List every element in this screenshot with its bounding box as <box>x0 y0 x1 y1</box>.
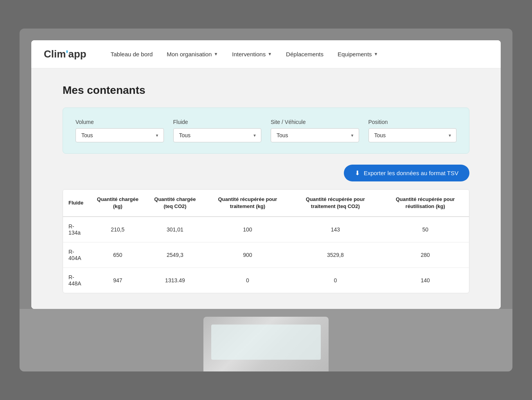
filter-fluide-select-wrapper: Tous <box>173 128 262 142</box>
col-fluide: Fluide <box>63 190 91 217</box>
col-qte-recup-reutilisation-kg: Quantité récupérée pour réutilisation (k… <box>381 190 469 217</box>
main-content: Mes contenants Volume Tous Fluide <box>31 68 501 309</box>
data-table-wrapper: Fluide Quantité chargée (kg) Quantité ch… <box>63 189 469 293</box>
mon-organisation-caret-icon: ▼ <box>214 52 218 56</box>
tablet-base <box>203 317 329 371</box>
navbar: Clim'app Tableau de bord Mon organisatio… <box>31 40 501 68</box>
row1-qte-recup-traitement-kg: 100 <box>206 217 289 242</box>
row1-qte-chargee-kg: 210,5 <box>91 217 144 242</box>
filter-fluide-select[interactable]: Tous <box>173 128 262 142</box>
col-qte-recup-traitement-kg: Quantité récupérée pour traitement (kg) <box>206 190 289 217</box>
row3-fluide: R-448A <box>63 268 91 293</box>
data-table: Fluide Quantité chargée (kg) Quantité ch… <box>63 190 469 293</box>
col-qte-chargee-teq: Quantité chargée (teq CO2) <box>144 190 206 217</box>
logo-clim: Clim <box>44 48 66 60</box>
export-button-label: Exporter les données au format TSV <box>364 170 458 176</box>
filter-site-vehicule-select-wrapper: Tous <box>271 128 359 142</box>
table-row: R-404A 650 2549,3 900 3529,8 280 <box>63 242 469 268</box>
col-qte-recup-traitement-teq: Quantité récupérée pour traitement (teq … <box>289 190 381 217</box>
page-title: Mes contenants <box>63 84 469 97</box>
filter-position-select[interactable]: Tous <box>368 128 457 142</box>
row2-qte-recup-reutilisation-kg: 280 <box>381 242 469 268</box>
interventions-caret-icon: ▼ <box>268 52 272 56</box>
filter-volume-select[interactable]: Tous <box>75 128 164 142</box>
nav-mon-organisation[interactable]: Mon organisation ▼ <box>161 48 223 61</box>
tablet-screen-reflection <box>211 325 321 360</box>
table-row: R-134a 210,5 301,01 100 143 50 <box>63 217 469 242</box>
tablet-bottom <box>20 309 512 371</box>
nav-items: Tableau de bord Mon organisation ▼ Inter… <box>105 48 384 61</box>
filter-position-label: Position <box>368 119 457 125</box>
row2-qte-chargee-teq: 2549,3 <box>144 242 206 268</box>
row2-fluide: R-404A <box>63 242 91 268</box>
row1-qte-chargee-teq: 301,01 <box>144 217 206 242</box>
row3-qte-chargee-teq: 1313.49 <box>144 268 206 293</box>
row2-qte-recup-traitement-teq: 3529,8 <box>289 242 381 268</box>
filter-fluide-label: Fluide <box>173 119 262 125</box>
row3-qte-chargee-kg: 947 <box>91 268 144 293</box>
row1-qte-recup-reutilisation-kg: 50 <box>381 217 469 242</box>
browser-window: Clim'app Tableau de bord Mon organisatio… <box>31 40 501 309</box>
col-qte-chargee-kg: Quantité chargée (kg) <box>91 190 144 217</box>
row1-qte-recup-traitement-teq: 143 <box>289 217 381 242</box>
row2-qte-chargee-kg: 650 <box>91 242 144 268</box>
table-row: R-448A 947 1313.49 0 0 140 <box>63 268 469 293</box>
filter-site-vehicule-select[interactable]: Tous <box>271 128 359 142</box>
table-body: R-134a 210,5 301,01 100 143 50 R-404A 65… <box>63 217 469 293</box>
filter-site-vehicule-label: Site / Véhicule <box>271 119 359 125</box>
screen-wrapper: Clim'app Tableau de bord Mon organisatio… <box>20 29 512 371</box>
row3-qte-recup-reutilisation-kg: 140 <box>381 268 469 293</box>
nav-tableau-de-bord[interactable]: Tableau de bord <box>105 48 158 61</box>
export-button[interactable]: ⬇ Exporter les données au format TSV <box>344 165 469 181</box>
filter-box: Volume Tous Fluide Tous <box>63 108 469 154</box>
row3-qte-recup-traitement-teq: 0 <box>289 268 381 293</box>
logo-app: app <box>68 48 86 60</box>
filter-row: Volume Tous Fluide Tous <box>75 119 457 142</box>
filter-site-vehicule-group: Site / Véhicule Tous <box>271 119 359 142</box>
row1-fluide: R-134a <box>63 217 91 242</box>
nav-equipements[interactable]: Equipements ▼ <box>332 48 383 61</box>
row3-qte-recup-traitement-kg: 0 <box>206 268 289 293</box>
filter-position-group: Position Tous <box>368 119 457 142</box>
table-header-row: Fluide Quantité chargée (kg) Quantité ch… <box>63 190 469 217</box>
export-row: ⬇ Exporter les données au format TSV <box>63 165 469 181</box>
filter-volume-group: Volume Tous <box>75 119 164 142</box>
nav-interventions[interactable]: Interventions ▼ <box>226 48 277 61</box>
row2-qte-recup-traitement-kg: 900 <box>206 242 289 268</box>
filter-volume-select-wrapper: Tous <box>75 128 164 142</box>
download-icon: ⬇ <box>355 169 360 177</box>
filter-volume-label: Volume <box>75 119 164 125</box>
filter-fluide-group: Fluide Tous <box>173 119 262 142</box>
logo: Clim'app <box>44 48 86 60</box>
table-header: Fluide Quantité chargée (kg) Quantité ch… <box>63 190 469 217</box>
filter-position-select-wrapper: Tous <box>368 128 457 142</box>
equipements-caret-icon: ▼ <box>374 52 378 56</box>
nav-deplacements[interactable]: Déplacements <box>280 48 329 61</box>
